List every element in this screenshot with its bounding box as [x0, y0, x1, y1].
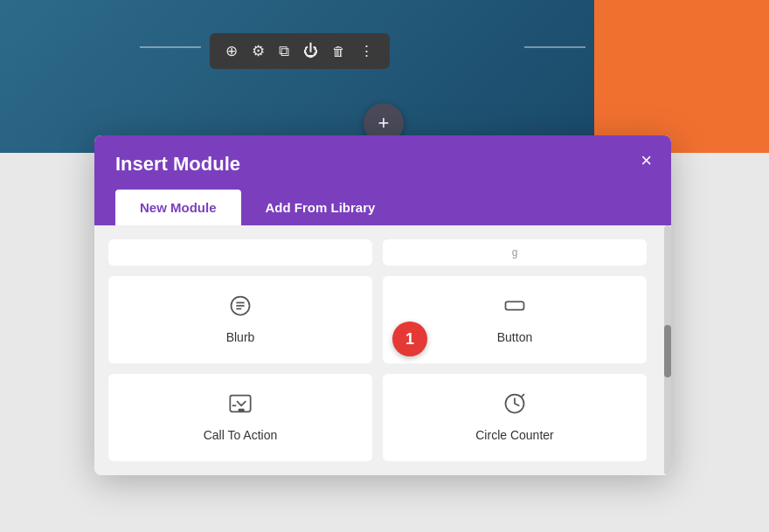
- plus-icon: +: [378, 112, 390, 135]
- trash-icon[interactable]: 🗑: [332, 44, 345, 59]
- blurb-icon: [228, 294, 253, 321]
- svg-rect-4: [506, 301, 524, 309]
- tab-new-module[interactable]: New Module: [115, 190, 241, 225]
- row-toolbar: ⊕ ⚙ ⧉ ⏻ 🗑 ⋮: [210, 33, 390, 69]
- circle-counter-label: Circle Counter: [475, 428, 553, 442]
- module-card-cta[interactable]: Call To Action: [108, 374, 372, 461]
- scrollbar-thumb[interactable]: [664, 325, 671, 377]
- cta-icon: [228, 391, 253, 419]
- module-card-circle-counter[interactable]: Circle Counter: [383, 374, 647, 461]
- tab-add-from-library-label: Add From Library: [266, 200, 376, 215]
- modal-tabs: New Module Add From Library: [115, 190, 650, 225]
- module-card-partial-right: g: [383, 239, 647, 266]
- copy-icon[interactable]: ⧉: [279, 43, 289, 60]
- partial-text: g: [512, 246, 518, 259]
- gear-icon[interactable]: ⚙: [252, 42, 265, 60]
- badge-value: 1: [405, 330, 414, 349]
- circle-counter-icon: [502, 391, 527, 419]
- tab-new-module-label: New Module: [140, 200, 217, 215]
- module-row-partial: g: [108, 239, 657, 266]
- background-orange: [594, 0, 769, 153]
- module-card-blurb[interactable]: Blurb: [108, 276, 372, 363]
- button-label: Button: [497, 330, 532, 344]
- tab-add-from-library[interactable]: Add From Library: [241, 190, 400, 225]
- module-grid: Blurb Button: [108, 276, 657, 461]
- background-teal: [0, 0, 594, 153]
- svg-line-9: [522, 395, 523, 397]
- toolbar-divider-right: [524, 46, 585, 48]
- blurb-label: Blurb: [226, 330, 255, 344]
- toolbar-divider-left: [140, 46, 201, 48]
- module-card-partial-left: [108, 239, 372, 266]
- step-badge: 1: [392, 321, 427, 356]
- svg-rect-7: [239, 409, 245, 412]
- cta-label: Call To Action: [204, 428, 278, 442]
- button-icon: [502, 294, 527, 321]
- modal-body: g Blurb: [94, 225, 671, 475]
- move-icon[interactable]: ⊕: [225, 42, 238, 60]
- modal-close-button[interactable]: ×: [641, 151, 652, 170]
- insert-module-modal: Insert Module × New Module Add From Libr…: [94, 135, 671, 475]
- power-icon[interactable]: ⏻: [303, 43, 318, 60]
- more-icon[interactable]: ⋮: [359, 42, 374, 60]
- modal-title: Insert Module: [115, 153, 650, 176]
- modal-header: Insert Module × New Module Add From Libr…: [94, 135, 671, 225]
- scrollbar[interactable]: [664, 225, 671, 475]
